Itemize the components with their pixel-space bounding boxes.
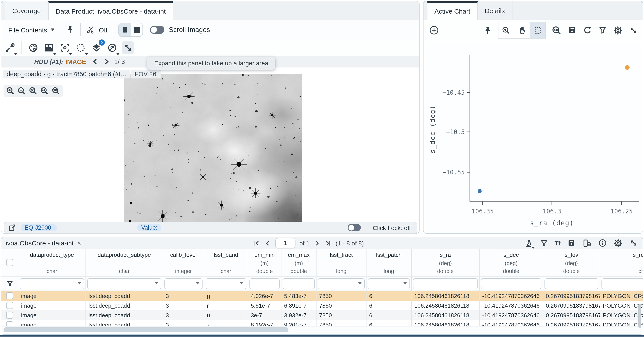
first-page-button[interactable] [254,240,260,246]
data-point-orange[interactable] [625,65,630,70]
table-save-button[interactable] [567,238,576,248]
astronomy-image [124,74,302,222]
fits-image-viewport[interactable] [124,74,302,222]
tab-data-product[interactable]: Data Product: ivoa.ObsCore - data-int [48,1,173,20]
scatter-chart[interactable]: −10.45 −10.5 −10.55 106.35 106.3 106.25 … [426,42,641,231]
filter-select-lsst_patch[interactable] [368,278,410,289]
wcs-unlock-button[interactable] [106,41,118,54]
chart-refresh-button[interactable] [582,26,592,35]
stretch-button[interactable] [43,41,55,54]
chart-pan-mode-button[interactable] [514,22,530,38]
hdu-prev-button[interactable] [92,58,99,65]
tab-coverage[interactable]: Coverage [5,1,48,20]
select-region-button[interactable] [74,41,87,54]
row-checkbox[interactable] [6,302,13,309]
prev-page-button[interactable] [264,240,271,246]
chart-select-mode-button[interactable] [530,22,545,38]
chart-expand-button[interactable] [629,26,638,35]
click-lock-toggle[interactable] [348,224,361,232]
zoom-1x-button[interactable]: 1X [51,86,60,96]
tab-active-chart[interactable]: Active Chart [427,1,478,20]
grid-view-button[interactable] [131,23,142,36]
add-chart-button[interactable] [429,25,439,36]
column-header-em_min[interactable]: em_min(m)double [248,249,282,276]
column-header-lsst_tract[interactable]: lsst_tract long [316,249,366,276]
file-contents-dropdown[interactable]: File Contents [8,26,54,34]
text-view-button[interactable]: Tt [554,239,561,247]
tab-details[interactable]: Details [478,1,512,20]
filter-select-lsst_tract[interactable] [318,278,365,289]
crop-toggle-button[interactable]: Off [86,25,108,34]
column-header-lsst_band[interactable]: lsst_band char [204,249,248,276]
cell-em_min: 5.51e-7 [248,301,282,310]
page-input[interactable] [275,238,296,248]
column-header-s_dec[interactable]: s_dec(deg)double [480,249,543,276]
row-select-cell[interactable] [1,310,18,320]
color-table-button[interactable] [27,41,40,54]
horizontal-scrollbar-thumb[interactable] [4,327,288,332]
column-header-s_fov[interactable]: s_fov(deg)double [543,249,600,276]
zoom-in-button[interactable] [6,86,15,96]
hdu-next-button[interactable] [102,58,110,65]
table-info-button[interactable] [598,238,607,248]
filter-input-s_ra[interactable] [413,278,478,289]
close-icon[interactable]: × [77,239,81,247]
popout-readout-button[interactable] [8,224,16,232]
recenter-button[interactable] [59,41,71,54]
filter-funnel-cell[interactable] [1,276,18,290]
filter-input-s_region[interactable] [602,278,643,289]
add-column-button[interactable] [582,238,592,248]
horizontal-scrollbar[interactable] [1,326,643,334]
coord-readout-label[interactable]: EQ-J2000: [20,224,57,232]
filter-select-calib_level[interactable] [164,278,202,289]
single-view-button[interactable] [119,23,131,36]
column-header-calib_level[interactable]: calib_level integer [163,249,204,276]
chart-settings-button[interactable] [613,25,623,35]
column-header-lsst_patch[interactable]: lsst_patch long [366,249,412,276]
column-header-dataproduct_subtype[interactable]: dataproduct_subtype char [86,249,163,276]
column-header-s_ra[interactable]: s_ra(deg)double [412,249,480,276]
data-point-blue[interactable] [478,189,482,193]
filter-select-dataproduct_type[interactable] [20,278,84,289]
filter-input-s_dec[interactable] [481,278,542,289]
table-row[interactable]: imagelsst.deep_coadd3g4.026e-75.483e-778… [1,291,643,301]
chart-save-button[interactable] [567,26,577,35]
select-all-checkbox[interactable] [6,259,13,266]
table-filter-button[interactable] [540,238,548,248]
row-checkbox[interactable] [6,292,13,299]
filter-input-s_fov[interactable] [544,278,598,289]
chart-zoom-mode-button[interactable] [498,22,514,38]
chart-restore-zoom-button[interactable]: 1X [552,25,562,35]
filter-select-dataproduct_subtype[interactable] [87,278,161,289]
row-select-cell[interactable] [1,291,18,301]
select-all-cell[interactable] [1,249,18,276]
pin-button[interactable] [66,25,75,34]
value-readout-label[interactable]: Value: [137,224,162,232]
last-page-button[interactable] [325,240,332,246]
table-row[interactable]: imagelsst.deep_coadd3u3e-73.932e-7785061… [1,310,643,320]
filter-select-lsst_band[interactable] [206,278,246,289]
vertical-scrollbar[interactable] [638,304,641,328]
layers-button[interactable]: 2 [90,41,102,54]
data-product-button[interactable] [524,238,534,248]
row-checkbox[interactable] [6,312,13,318]
table-row[interactable]: imagelsst.deep_coadd3r5.51e-76.891e-7785… [1,301,643,310]
chart-pin-button[interactable] [483,26,492,35]
zoom-fit-button[interactable] [28,86,38,96]
expand-panel-button[interactable] [122,41,134,54]
filter-input-em_min[interactable] [250,278,280,289]
column-header-s_region[interactable]: s_region char [600,249,643,276]
column-header-dataproduct_type[interactable]: dataproduct_type char [18,249,86,276]
filter-input-em_max[interactable] [283,278,315,289]
table-expand-button[interactable] [629,238,638,248]
column-header-em_max[interactable]: em_max(m)double [282,249,316,276]
zoom-out-button[interactable] [17,86,26,96]
row-select-cell[interactable] [1,301,18,310]
zoom-fill-button[interactable] [40,86,49,96]
chart-filter-button[interactable] [598,26,607,35]
next-page-button[interactable] [314,240,321,246]
tools-button[interactable] [4,41,16,54]
table-settings-button[interactable] [613,238,623,248]
scroll-images-toggle[interactable]: Scroll Images [150,26,210,34]
table-tab-label[interactable]: ivoa.ObsCore - data-int [6,239,74,247]
